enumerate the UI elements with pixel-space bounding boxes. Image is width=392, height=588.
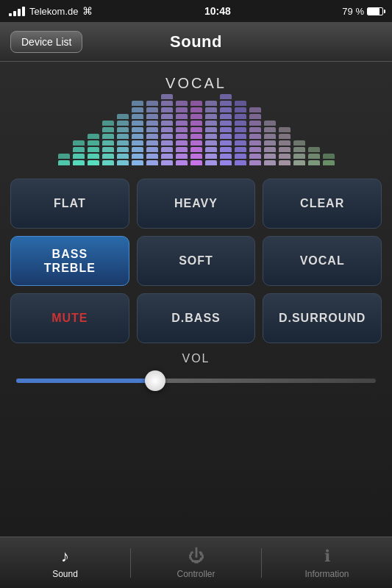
- eq-bar: [146, 154, 158, 159]
- eq-bar: [249, 127, 261, 132]
- eq-column: [220, 94, 232, 165]
- eq-bar: [264, 160, 276, 165]
- eq-bar: [161, 154, 173, 159]
- volume-slider[interactable]: [16, 379, 376, 383]
- eq-bar: [132, 107, 143, 112]
- wifi-icon: ⌘: [82, 5, 93, 17]
- tab-item-sound[interactable]: ♪Sound: [0, 537, 130, 588]
- status-right: 79 %: [342, 6, 383, 17]
- eq-bar: [146, 114, 158, 119]
- sound-btn-clear[interactable]: CLEAR: [263, 179, 382, 229]
- eq-bar: [308, 154, 320, 159]
- eq-bar: [146, 160, 158, 165]
- eq-bar: [176, 160, 188, 165]
- eq-bar: [279, 127, 291, 132]
- volume-section: VOL: [10, 352, 382, 386]
- eq-bar: [205, 107, 217, 112]
- eq-bar: [235, 134, 246, 139]
- eq-bar: [146, 147, 158, 152]
- sound-btn-soft[interactable]: SOFT: [137, 236, 256, 286]
- sound-btn-vocal[interactable]: VOCAL: [263, 236, 382, 286]
- eq-bar: [205, 134, 217, 139]
- eq-bar: [190, 154, 202, 159]
- eq-bar: [102, 147, 114, 152]
- eq-column: [235, 101, 246, 165]
- information-tab-icon: ℹ: [324, 547, 330, 566]
- eq-bar: [146, 107, 158, 112]
- eq-bar: [279, 147, 291, 152]
- eq-bar: [161, 101, 173, 106]
- eq-bar: [132, 140, 143, 146]
- eq-bar: [102, 154, 114, 159]
- sound-btn-dbass[interactable]: D.BASS: [137, 293, 256, 343]
- eq-bar: [132, 121, 143, 126]
- eq-bar: [117, 140, 129, 146]
- eq-visualizer: [57, 99, 336, 165]
- battery-icon: [367, 7, 383, 15]
- eq-bar: [117, 154, 129, 159]
- carrier-label: Telekom.de: [29, 6, 78, 17]
- eq-bar: [249, 134, 261, 139]
- eq-bar: [235, 101, 246, 106]
- eq-bar: [88, 154, 99, 159]
- eq-bar: [190, 140, 202, 146]
- eq-column: [161, 94, 173, 165]
- eq-bar: [220, 154, 232, 159]
- eq-bar: [220, 147, 232, 152]
- controller-tab-icon: ⏻: [188, 547, 204, 566]
- tab-bar: ♪Sound⏻ControllerℹInformation: [0, 537, 392, 588]
- button-grid: FLATHEAVYCLEARBASS TREBLESOFTVOCALMUTED.…: [10, 179, 382, 343]
- eq-bar: [220, 114, 232, 119]
- eq-bar: [88, 134, 99, 139]
- tab-item-information[interactable]: ℹInformation: [262, 537, 392, 588]
- eq-bar: [102, 160, 114, 165]
- eq-bar: [88, 140, 99, 146]
- eq-bar: [190, 101, 202, 106]
- eq-bar: [190, 160, 202, 165]
- device-list-button[interactable]: Device List: [10, 31, 82, 53]
- eq-bar: [102, 121, 114, 126]
- eq-bar: [249, 140, 261, 146]
- eq-bar: [205, 121, 217, 126]
- eq-bar: [249, 147, 261, 152]
- status-time: 10:48: [204, 5, 231, 17]
- eq-bar: [58, 154, 70, 159]
- eq-bar: [249, 107, 261, 112]
- eq-bar: [220, 134, 232, 139]
- tab-item-controller[interactable]: ⏻Controller: [131, 537, 261, 588]
- page-title: Sound: [170, 32, 222, 51]
- eq-bar: [249, 160, 261, 165]
- eq-bar: [293, 154, 305, 159]
- eq-bar: [161, 107, 173, 112]
- eq-bar: [73, 147, 85, 152]
- eq-bar: [176, 134, 188, 139]
- eq-bar: [161, 127, 173, 132]
- sound-btn-bass-treble[interactable]: BASS TREBLE: [10, 236, 129, 286]
- status-bar: Telekom.de ⌘ 10:48 79 %: [0, 0, 392, 22]
- eq-bar: [249, 121, 261, 126]
- eq-bar: [220, 101, 232, 106]
- sound-btn-dsurround[interactable]: D.SURROUND: [263, 293, 382, 343]
- eq-bar: [161, 94, 173, 99]
- eq-bar: [190, 127, 202, 132]
- eq-bar: [117, 121, 129, 126]
- eq-bar: [146, 134, 158, 139]
- eq-bar: [73, 160, 85, 165]
- eq-bar: [132, 154, 143, 159]
- eq-bar: [264, 134, 276, 139]
- eq-bar: [146, 121, 158, 126]
- eq-bar: [132, 127, 143, 132]
- eq-bar: [205, 154, 217, 159]
- eq-bar: [308, 160, 320, 165]
- eq-bar: [249, 154, 261, 159]
- eq-bar: [132, 134, 143, 139]
- eq-bar: [293, 147, 305, 152]
- sound-btn-mute[interactable]: MUTE: [10, 293, 129, 343]
- eq-bar: [190, 147, 202, 152]
- sound-btn-heavy[interactable]: HEAVY: [137, 179, 256, 229]
- eq-bar: [235, 154, 246, 159]
- eq-bar: [205, 127, 217, 132]
- eq-bar: [190, 114, 202, 119]
- eq-bar: [73, 140, 85, 146]
- sound-btn-flat[interactable]: FLAT: [10, 179, 129, 229]
